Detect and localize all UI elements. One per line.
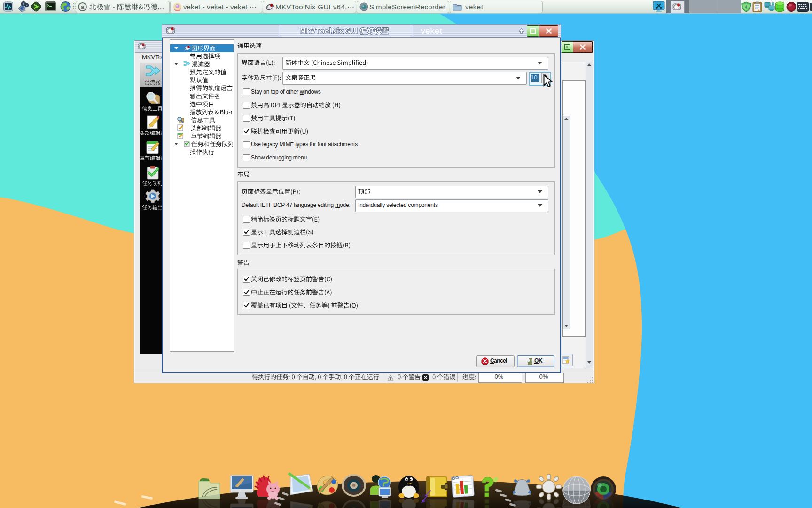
svg-text:a: a bbox=[81, 4, 85, 10]
